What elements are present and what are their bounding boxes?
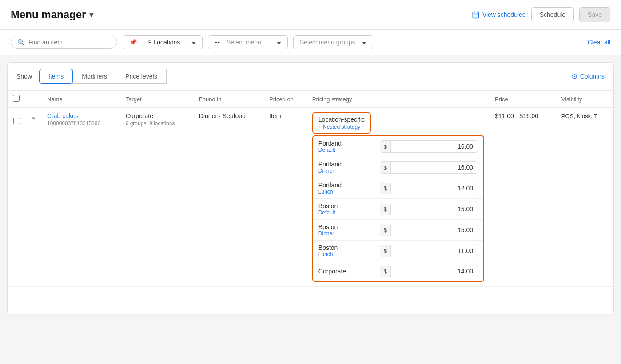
clear-all-button[interactable]: Clear all <box>588 39 610 46</box>
groups-chevron-icon <box>362 39 366 46</box>
loc-name: Boston <box>318 244 338 251</box>
location-row: Portland Dinner $ <box>313 157 483 178</box>
loc-sub: Lunch <box>318 189 342 195</box>
groups-dropdown[interactable]: Select menu groups <box>293 35 373 49</box>
loc-name: Portland <box>318 182 342 189</box>
strategy-name: Location-specific <box>318 116 365 123</box>
location-row: Portland Default $ <box>313 136 483 157</box>
select-all-checkbox[interactable] <box>13 95 20 102</box>
price-input-0[interactable] <box>391 141 478 152</box>
target-name: Corporate <box>126 112 188 119</box>
schedule-button[interactable]: Schedule <box>531 7 574 22</box>
strategy-badge: Location-specific + Nested strategy <box>312 112 371 134</box>
col-header-visibility: Visibility <box>556 91 613 108</box>
price-input-wrap: $ <box>380 161 478 174</box>
visibility-value: POS, Kiosk, T <box>561 113 597 119</box>
items-table: Name Target Found in Priced on Pricing s… <box>8 91 613 315</box>
price-range: $11.00 - $16.00 <box>495 112 538 119</box>
dollar-sign: $ <box>380 245 391 257</box>
loc-info: Corporate <box>318 268 346 275</box>
main-content: Show Items Modifiers Price levels ⚙ Colu… <box>0 55 621 322</box>
loc-name: Portland <box>318 140 342 147</box>
row-target-cell: Corporate 6 groups, 9 locations <box>120 108 194 287</box>
col-header-priced-on: Priced on <box>264 91 307 108</box>
location-row: Portland Lunch $ <box>313 178 483 199</box>
loc-info: Boston Dinner <box>318 223 338 237</box>
price-input-wrap: $ <box>380 203 478 215</box>
columns-button[interactable]: ⚙ Columns <box>571 72 605 81</box>
price-input-4[interactable] <box>391 224 478 236</box>
search-input[interactable] <box>28 39 111 46</box>
price-input-wrap: $ <box>380 265 478 277</box>
priced-on-value: Item <box>269 112 281 119</box>
show-label: Show <box>16 73 32 80</box>
main-card: Show Items Modifiers Price levels ⚙ Colu… <box>7 62 614 315</box>
tab-price-levels[interactable]: Price levels <box>116 69 167 84</box>
header-actions: View scheduled Schedule Save <box>472 7 610 22</box>
tab-items[interactable]: Items <box>39 69 73 84</box>
row-strategy-cell: Location-specific + Nested strategy Port… <box>307 108 490 287</box>
expand-icon[interactable]: ⌄ <box>31 113 36 120</box>
col-header-target: Target <box>120 91 194 108</box>
price-input-3[interactable] <box>391 203 478 215</box>
filter-bar: 🔍 📌 9 Locations ☷ Select menu Select men… <box>0 30 621 55</box>
search-input-wrap: 🔍 <box>11 36 117 49</box>
dollar-sign: $ <box>380 204 391 215</box>
item-name[interactable]: Crab cakes <box>47 112 115 119</box>
spacer-row-1 <box>8 287 613 296</box>
tab-modifiers[interactable]: Modifiers <box>72 69 116 84</box>
loc-name: Boston <box>318 202 338 210</box>
loc-info: Portland Dinner <box>318 161 342 174</box>
menu-dropdown[interactable]: ☷ Select menu <box>208 35 288 49</box>
price-input-wrap: $ <box>380 140 478 153</box>
price-input-6[interactable] <box>391 265 478 277</box>
title-text: Menu manager <box>11 8 86 21</box>
row-checkbox-cell <box>8 108 25 287</box>
spacer-row-3 <box>8 305 613 315</box>
row-found-in-cell: Dinner · Seafood <box>194 108 264 287</box>
location-row: Corporate $ <box>313 261 483 281</box>
row-expand-cell[interactable]: ⌄ <box>25 108 42 287</box>
found-in-value: Dinner · Seafood <box>199 112 246 119</box>
loc-info: Portland Default <box>318 140 342 153</box>
col-header-pricing-strategy: Pricing strategy <box>307 91 490 108</box>
loc-sub: Lunch <box>318 251 338 257</box>
table-header-row: Name Target Found in Priced on Pricing s… <box>8 91 613 108</box>
dollar-sign: $ <box>380 162 391 173</box>
price-input-5[interactable] <box>391 245 478 257</box>
loc-pin-icon: 📌 <box>129 39 137 46</box>
show-bar: Show Items Modifiers Price levels ⚙ Colu… <box>8 63 613 91</box>
dollar-sign: $ <box>380 225 391 236</box>
dollar-sign: $ <box>380 183 391 194</box>
loc-name: Corporate <box>318 268 346 275</box>
loc-info: Portland Lunch <box>318 182 342 195</box>
row-priced-on-cell: Item <box>264 108 307 287</box>
svg-rect-0 <box>473 12 479 18</box>
price-input-1[interactable] <box>391 162 478 173</box>
locations-chevron-icon <box>191 39 196 46</box>
view-scheduled-button[interactable]: View scheduled <box>472 11 526 19</box>
price-input-wrap: $ <box>380 245 478 257</box>
loc-sub: Dinner <box>318 230 338 237</box>
locations-dropdown[interactable]: 📌 9 Locations <box>123 35 203 49</box>
table-row: ⌄ Crab cakes 100000037813215386 Corporat… <box>8 108 613 287</box>
loc-info: Boston Lunch <box>318 244 338 257</box>
gear-icon: ⚙ <box>571 72 577 81</box>
menu-placeholder: Select menu <box>227 39 273 46</box>
save-button[interactable]: Save <box>579 7 610 22</box>
loc-name: Boston <box>318 223 338 230</box>
spacer-row-2 <box>8 296 613 305</box>
location-prices-wrap: Portland Default $ Portland Dinner $ Por… <box>312 135 484 282</box>
calendar-icon <box>472 11 480 19</box>
loc-info: Boston Default <box>318 202 338 216</box>
locations-label: 9 Locations <box>148 39 180 46</box>
price-input-wrap: $ <box>380 224 478 236</box>
title-dropdown-icon[interactable]: ▾ <box>89 10 93 20</box>
row-name-cell: Crab cakes 100000037813215386 <box>42 108 120 287</box>
price-input-2[interactable] <box>391 182 478 194</box>
row-checkbox[interactable] <box>13 118 20 124</box>
groups-placeholder: Select menu groups <box>300 39 358 46</box>
location-row: Boston Dinner $ <box>313 220 483 241</box>
price-input-wrap: $ <box>380 182 478 194</box>
location-row: Boston Lunch $ <box>313 241 483 261</box>
